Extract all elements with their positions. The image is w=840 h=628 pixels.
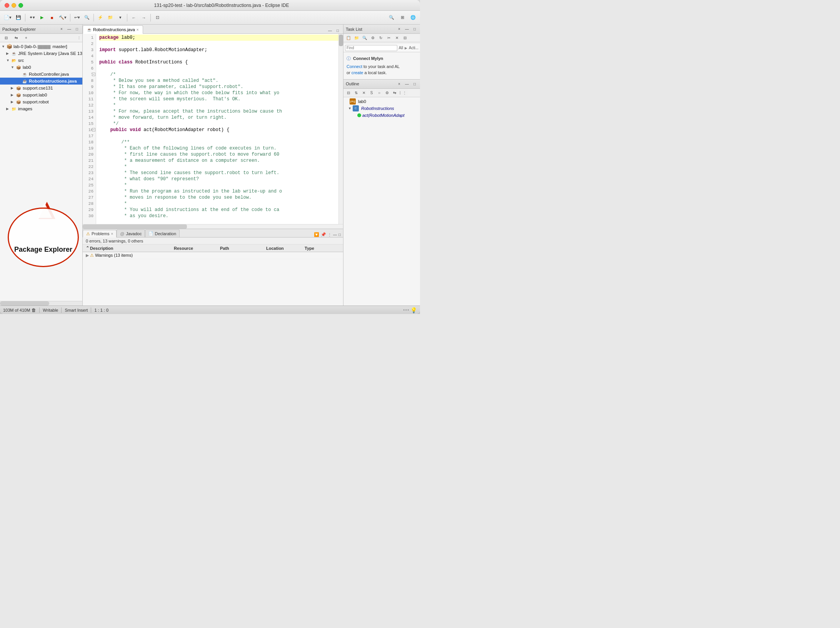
trash-icon[interactable]: 🗑 — [32, 307, 36, 313]
outline-minimize-icon[interactable]: — — [404, 81, 410, 87]
explorer-link-btn[interactable]: ⇆ — [12, 35, 21, 42]
outline-close-icon[interactable]: × — [396, 81, 402, 87]
task-list-maximize-icon[interactable]: □ — [412, 26, 418, 32]
traffic-lights — [5, 3, 23, 8]
bottom-pin-icon[interactable]: 📌 — [321, 232, 326, 237]
task-find-all-label[interactable]: All — [399, 46, 403, 50]
close-button[interactable] — [5, 3, 9, 8]
code-editor[interactable]: 1 2 3 4 5 6 7− 8 9 10 11 12 13 — [83, 34, 338, 224]
connect-link[interactable]: Connect — [347, 64, 362, 69]
tasklist-filter-btn[interactable]: 🔍 — [361, 35, 368, 42]
explorer-collapse-btn[interactable]: ⊟ — [2, 35, 11, 42]
tree-item-support-robot[interactable]: ▶ 📦 support.robot — [0, 98, 82, 105]
tree-arrow-support-cse131: ▶ — [11, 86, 15, 90]
outline-view-menu-btn[interactable]: ⋮ — [401, 89, 408, 96]
toolbar-perspectives-btn[interactable]: ⊞ — [398, 13, 407, 22]
problems-row-warnings[interactable]: ▶ ⚠ Warnings (13 items) — [83, 252, 343, 259]
tree-item-lab0pkg[interactable]: ▼ 📦 lab0 — [0, 64, 82, 71]
explorer-new-btn[interactable]: + — [22, 35, 31, 42]
task-list-title: Task List — [346, 27, 396, 32]
outline-item-robotinstructions-class[interactable]: ▼ C RobotInstructions — [343, 105, 420, 112]
code-content[interactable]: package lab0; import support.lab0.RobotM… — [96, 34, 338, 224]
task-find-input[interactable] — [345, 45, 397, 51]
editor-minimize-icon[interactable]: — — [327, 27, 333, 33]
tasklist-delete-btn[interactable]: ✕ — [393, 35, 400, 42]
problems-col-location[interactable]: Location — [265, 246, 303, 251]
toolbar-quick-access-btn[interactable]: 🌐 — [408, 13, 418, 22]
package-explorer-maximize-icon[interactable]: □ — [74, 26, 80, 32]
toolbar-refactor-btn[interactable]: ↩▾ — [72, 13, 82, 22]
toolbar-next-annotation-btn[interactable]: ▾ — [116, 13, 125, 22]
bottom-tab-problems[interactable]: ⚠ Problems × — [83, 230, 117, 238]
bottom-view-menu-icon[interactable]: ⋮ — [328, 233, 332, 237]
toolbar-stop-btn[interactable]: ■ — [47, 13, 57, 22]
toolbar-external-tools-btn[interactable]: ⊡ — [153, 13, 162, 22]
tab-close-icon[interactable]: × — [137, 28, 139, 32]
tree-item-support-lab0[interactable]: ▶ 📦 support.lab0 — [0, 91, 82, 98]
outline-link-btn[interactable]: ⇆ — [391, 89, 398, 96]
tree-item-jre[interactable]: ▶ ☕ JRE System Library [Java SE 13.0.1 — [0, 50, 82, 57]
outline-hide-static-btn[interactable]: S — [368, 89, 375, 96]
package-explorer-close-icon[interactable]: × — [58, 26, 65, 32]
tree-item-images[interactable]: ▶ 📁 images — [0, 105, 82, 112]
toolbar-open-type-btn[interactable]: ⚡ — [96, 13, 105, 22]
problems-col-path[interactable]: Path — [218, 246, 265, 251]
outline-maximize-icon[interactable]: □ — [412, 81, 418, 87]
bottom-maximize-icon[interactable]: □ — [338, 233, 341, 237]
outline-hide-non-public-btn[interactable]: ○ — [376, 89, 383, 96]
bottom-minimize-icon[interactable]: — — [333, 233, 337, 237]
outline-hide-fields-btn[interactable]: ✕ — [360, 89, 367, 96]
tasklist-new-btn[interactable]: 📋 — [345, 35, 352, 42]
toolbar-new-btn[interactable]: 📄▾ — [2, 13, 13, 22]
problems-col-description[interactable]: ⌃ Description — [84, 246, 172, 251]
toolbar-search-btn[interactable]: 🔍 — [82, 13, 92, 22]
tree-item-lab0[interactable]: ▼ 📦 lab-0 [lab-0-▓▓▓▓▓ master] — [0, 43, 82, 50]
tasklist-sync-btn[interactable]: ↻ — [377, 35, 384, 42]
explorer-view-menu-icon[interactable]: ⋮ — [77, 36, 81, 40]
outline-sort-btn[interactable]: ⇅ — [353, 89, 360, 96]
toolbar-search-global-btn[interactable]: 🔍 — [387, 13, 396, 22]
toolbar-run-btn[interactable]: ▶ — [37, 13, 47, 22]
editor-hscroll[interactable] — [83, 224, 343, 229]
toolbar-prev-edit-btn[interactable]: ← — [129, 13, 138, 22]
bottom-tab-declaration[interactable]: 📄 Declaration — [145, 229, 180, 237]
outline-label-robotinstructions: RobotInstructions — [361, 106, 394, 111]
editor-maximize-icon[interactable]: □ — [335, 27, 341, 33]
task-find-acti-label[interactable]: Acti... — [409, 46, 418, 50]
problems-col-type[interactable]: Type — [303, 246, 342, 251]
outline-item-act-method[interactable]: act(RobotMotionAdapt — [343, 112, 420, 119]
toolbar-next-edit-btn[interactable]: → — [139, 13, 148, 22]
toolbar-debug-btn[interactable]: ✦▾ — [27, 13, 37, 22]
tree-item-robotinstructions[interactable]: ☕ RobotInstructions.java — [0, 78, 82, 85]
task-list-minimize-icon[interactable]: — — [404, 26, 410, 32]
toolbar-build-btn[interactable]: 🔨▾ — [57, 13, 68, 22]
problems-tab-close-icon[interactable]: × — [111, 232, 113, 236]
toolbar-save-btn[interactable]: 💾 — [14, 13, 23, 22]
editor-vscroll[interactable] — [338, 34, 343, 224]
editor-tab-robotinstructions[interactable]: ☕ RobotInstructions.java × — [83, 25, 143, 34]
warnings-expand-icon[interactable]: ▶ — [86, 253, 89, 258]
package-explorer-minimize-icon[interactable]: — — [66, 26, 72, 32]
outline-item-lab0[interactable]: pkg lab0 — [343, 98, 420, 105]
outline-collapse-btn[interactable]: ⊟ — [345, 89, 352, 96]
problems-col-resource[interactable]: Resource — [172, 246, 218, 251]
create-link[interactable]: create — [352, 70, 363, 75]
task-list-close-icon[interactable]: × — [396, 26, 402, 32]
task-list-header-icons: × — □ — [396, 26, 418, 32]
tab-label: RobotInstructions.java — [93, 27, 135, 32]
bottom-filter-icon[interactable]: 🔽 — [314, 232, 319, 237]
maximize-button[interactable] — [18, 3, 23, 8]
bottom-tab-javadoc[interactable]: @ Javadoc — [117, 229, 145, 237]
outline-sep: | — [400, 91, 400, 95]
toolbar-open-resource-btn[interactable]: 📁 — [106, 13, 115, 22]
outline-settings-btn[interactable]: ⚙ — [383, 89, 390, 96]
tasklist-settings-btn[interactable]: ⚙ — [369, 35, 376, 42]
tasklist-edit-btn[interactable]: ✂ — [385, 35, 392, 42]
minimize-button[interactable] — [12, 3, 16, 8]
explorer-bottom-scrollbar[interactable] — [0, 301, 82, 306]
tasklist-collapse-btn[interactable]: ⊟ — [402, 35, 408, 42]
tree-item-support-cse131[interactable]: ▶ 📦 support.cse131 — [0, 85, 82, 91]
tree-item-robotcontroller[interactable]: ☕ RobotController.java — [0, 71, 82, 78]
tree-item-src[interactable]: ▼ 📂 src — [0, 57, 82, 64]
tasklist-categories-btn[interactable]: 📁 — [353, 35, 360, 42]
